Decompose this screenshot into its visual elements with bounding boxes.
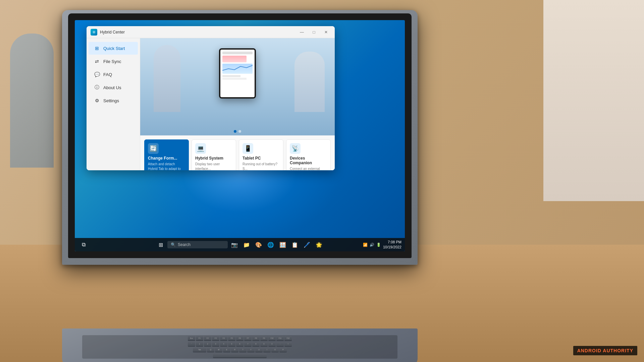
tablet-content bbox=[220, 50, 255, 82]
key-3[interactable]: 3 bbox=[212, 342, 219, 347]
close-button[interactable]: ✕ bbox=[321, 27, 331, 37]
taskbar-app-1[interactable]: 📷 bbox=[229, 239, 240, 250]
hero-dot-1[interactable] bbox=[234, 130, 236, 133]
key-q[interactable]: Q bbox=[207, 348, 214, 352]
taskbar-app-5[interactable]: 🪟 bbox=[277, 239, 288, 250]
key-equals[interactable]: = bbox=[284, 342, 292, 347]
wall-decoration bbox=[543, 0, 644, 201]
window-title: Hybrid Center bbox=[100, 30, 297, 35]
devices-companion-desc: Connect an external mole... bbox=[290, 167, 327, 170]
quick-start-icon: ⊞ bbox=[94, 45, 100, 51]
key-f7[interactable]: F7 bbox=[244, 336, 252, 341]
watermark-suffix: AUTHORITY bbox=[603, 348, 633, 353]
sidebar-item-faq[interactable]: 💬 FAQ bbox=[89, 68, 138, 81]
hero-dot-2[interactable] bbox=[238, 130, 241, 133]
window-body: ⊞ Quick Start ⇄ File Sync 💬 FAQ ⓘ bbox=[87, 38, 335, 170]
key-u[interactable]: U bbox=[255, 348, 263, 352]
taskbar-app-6[interactable]: 📋 bbox=[289, 239, 300, 250]
key-2[interactable]: 2 bbox=[204, 342, 211, 347]
key-4[interactable]: 4 bbox=[220, 342, 227, 347]
key-1[interactable]: 1 bbox=[196, 342, 203, 347]
main-content: 🔄 Change Form... Attach and detach Hybri… bbox=[140, 38, 335, 170]
key-f8[interactable]: F8 bbox=[252, 336, 260, 341]
key-minus[interactable]: - bbox=[276, 342, 284, 347]
key-backtick[interactable]: ` bbox=[188, 342, 195, 347]
key-t[interactable]: T bbox=[239, 348, 247, 352]
maximize-button[interactable]: □ bbox=[309, 27, 319, 37]
card-tablet-pc[interactable]: 📱 Tablet PC Running out of battery? S... bbox=[239, 139, 283, 170]
taskbar-center: ⊞ 🔍 Search 📷 📁 🎨 🌐 🪟 📋 🖊️ 🌟 bbox=[155, 239, 324, 250]
quick-start-label: Quick Start bbox=[103, 46, 125, 51]
tablet-pc-desc: Running out of battery? S... bbox=[243, 162, 280, 170]
laptop-shell: ⊞ Hybrid Center — □ ✕ ⊞ bbox=[62, 10, 418, 265]
key-0[interactable]: 0 bbox=[268, 342, 276, 347]
seat-right-decoration bbox=[294, 52, 325, 112]
time-display[interactable]: 7:08 PM 10/19/2022 bbox=[383, 240, 401, 250]
sidebar-item-about-us[interactable]: ⓘ About Us bbox=[89, 81, 138, 94]
sidebar: ⊞ Quick Start ⇄ File Sync 💬 FAQ ⓘ bbox=[87, 38, 140, 170]
search-bar[interactable]: 🔍 Search bbox=[167, 241, 228, 248]
card-change-form[interactable]: 🔄 Change Form... Attach and detach Hybri… bbox=[144, 139, 189, 170]
taskbar-app-3[interactable]: 🎨 bbox=[253, 239, 264, 250]
key-f6[interactable]: F6 bbox=[236, 336, 244, 341]
tablet-pc-title: Tablet PC bbox=[243, 156, 280, 161]
start-button[interactable]: ⊞ bbox=[155, 239, 166, 250]
sidebar-item-file-sync[interactable]: ⇄ File Sync bbox=[89, 55, 138, 68]
sound-icon: 🔊 bbox=[370, 243, 374, 247]
hero-tablet-device bbox=[219, 48, 256, 99]
minimize-button[interactable]: — bbox=[297, 27, 307, 37]
key-8[interactable]: 8 bbox=[252, 342, 260, 347]
taskbar-app-4[interactable]: 🌐 bbox=[265, 239, 276, 250]
taskbar-app-2[interactable]: 📁 bbox=[241, 239, 252, 250]
key-o[interactable]: O bbox=[271, 348, 279, 352]
key-f5[interactable]: F5 bbox=[228, 336, 235, 341]
app-icon-symbol: ⊞ bbox=[93, 30, 95, 34]
key-5[interactable]: 5 bbox=[228, 342, 235, 347]
seat-left-decoration bbox=[154, 45, 180, 112]
title-bar: ⊞ Hybrid Center — □ ✕ bbox=[87, 26, 335, 38]
hero-area bbox=[140, 38, 335, 135]
sidebar-item-settings[interactable]: ⚙ Settings bbox=[89, 94, 138, 107]
watermark-prefix: ANDROID bbox=[577, 348, 603, 353]
key-f12[interactable]: F12 bbox=[284, 336, 292, 341]
key-esc[interactable]: Esc bbox=[188, 336, 195, 341]
key-f4[interactable]: F4 bbox=[220, 336, 227, 341]
key-6[interactable]: 6 bbox=[236, 342, 244, 347]
chair-decoration bbox=[10, 34, 54, 168]
key-r[interactable]: R bbox=[231, 348, 238, 352]
clock-date: 10/19/2022 bbox=[383, 245, 401, 250]
hybrid-system-desc: Display two user interface... bbox=[195, 162, 232, 170]
key-tab[interactable]: Tab bbox=[193, 348, 206, 352]
card-devices-companion[interactable]: 📡 Devices Companion Connect an external … bbox=[286, 139, 331, 170]
key-f1[interactable]: F1 bbox=[196, 336, 203, 341]
hybrid-system-title: Hybrid System bbox=[195, 156, 232, 161]
key-f10[interactable]: F10 bbox=[268, 336, 276, 341]
faq-label: FAQ bbox=[103, 72, 112, 77]
tablet-pc-icon: 📱 bbox=[243, 143, 253, 154]
laptop-keyboard-area: Esc F1 F2 F3 F4 F5 F6 F7 F8 F9 F10 F11 F… bbox=[62, 328, 418, 362]
task-view-icon[interactable]: ⧉ bbox=[78, 239, 89, 250]
key-row-2: ` 1 2 3 4 5 6 7 8 9 0 - = bbox=[188, 342, 292, 347]
sidebar-item-quick-start[interactable]: ⊞ Quick Start bbox=[89, 42, 138, 55]
network-icon: 📶 bbox=[363, 243, 368, 247]
key-f9[interactable]: F9 bbox=[260, 336, 268, 341]
battery-icon: 🔋 bbox=[376, 243, 381, 247]
key-f11[interactable]: F11 bbox=[276, 336, 284, 341]
key-space[interactable] bbox=[213, 353, 267, 358]
taskbar-app-8[interactable]: 🌟 bbox=[314, 239, 324, 250]
about-us-label: About Us bbox=[103, 85, 121, 90]
key-9[interactable]: 9 bbox=[260, 342, 268, 347]
hybrid-system-icon: 💻 bbox=[195, 143, 206, 154]
key-f2[interactable]: F2 bbox=[204, 336, 211, 341]
key-f3[interactable]: F3 bbox=[212, 336, 219, 341]
key-7[interactable]: 7 bbox=[244, 342, 252, 347]
key-e[interactable]: E bbox=[223, 348, 230, 352]
window-controls: — □ ✕ bbox=[297, 27, 331, 37]
key-p[interactable]: P bbox=[279, 348, 287, 352]
card-hybrid-system[interactable]: 💻 Hybrid System Display two user interfa… bbox=[192, 139, 236, 170]
key-w[interactable]: W bbox=[215, 348, 222, 352]
key-i[interactable]: I bbox=[263, 348, 271, 352]
about-us-icon: ⓘ bbox=[94, 84, 100, 90]
taskbar-app-7[interactable]: 🖊️ bbox=[302, 239, 312, 250]
key-y[interactable]: Y bbox=[247, 348, 255, 352]
